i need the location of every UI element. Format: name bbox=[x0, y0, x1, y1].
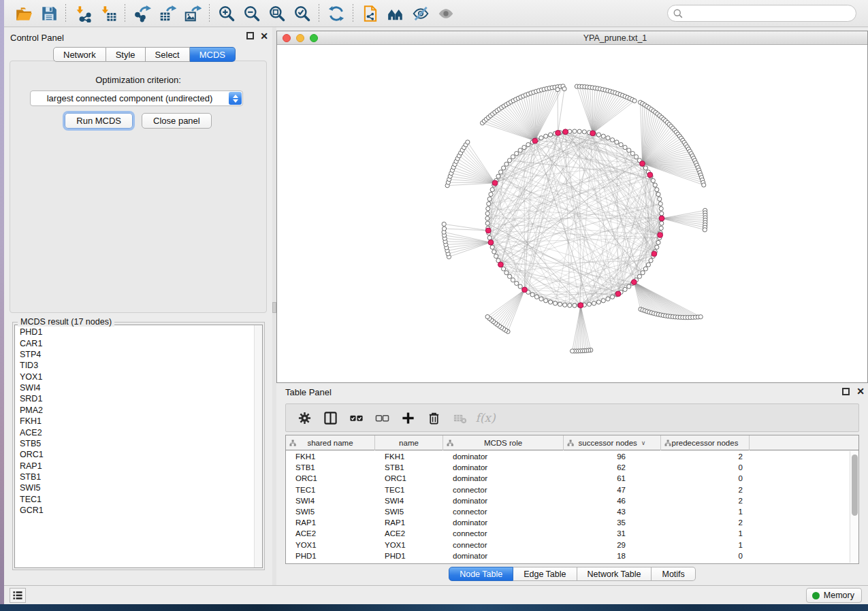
zoom-fit-button[interactable] bbox=[264, 3, 289, 24]
memory-button[interactable]: Memory bbox=[806, 588, 862, 603]
mcds-result-item[interactable]: ORC1 bbox=[15, 449, 253, 460]
zoom-out-button[interactable] bbox=[239, 3, 264, 24]
tab-motifs[interactable]: Motifs bbox=[652, 567, 695, 581]
table-cell[interactable]: SWI5 bbox=[375, 506, 443, 517]
table-cell[interactable]: 2 bbox=[661, 495, 750, 506]
network-window-titlebar[interactable]: YPA_prune.txt_1 bbox=[277, 31, 867, 45]
show-hidden-button[interactable] bbox=[433, 3, 458, 24]
export-image-button[interactable] bbox=[180, 3, 205, 24]
table-cell[interactable]: STB1 bbox=[286, 462, 375, 473]
tab-edge-table[interactable]: Edge Table bbox=[513, 567, 577, 581]
mcds-result-item[interactable]: STB1 bbox=[15, 472, 253, 482]
table-cell[interactable]: TEC1 bbox=[286, 484, 375, 495]
table-cell[interactable]: dominator bbox=[443, 451, 564, 462]
zoom-selected-button[interactable] bbox=[289, 3, 315, 24]
column-header-predecessor-nodes[interactable]: predecessor nodes bbox=[661, 435, 750, 450]
result-list-scrollbar[interactable] bbox=[254, 325, 262, 567]
column-header-shared-name[interactable]: shared name bbox=[286, 435, 375, 450]
table-row[interactable]: RAP1RAP1dominator352 bbox=[286, 517, 849, 528]
table-cell[interactable]: FKH1 bbox=[375, 451, 443, 462]
table-cell[interactable]: 62 bbox=[564, 462, 661, 473]
column-header-successor-nodes[interactable]: successor nodes∨ bbox=[564, 435, 661, 450]
save-session-button[interactable] bbox=[36, 3, 61, 24]
table-cell[interactable]: 2 bbox=[661, 484, 750, 495]
table-scrollbar[interactable] bbox=[850, 451, 858, 563]
float-panel-icon[interactable] bbox=[246, 32, 254, 39]
table-cell[interactable]: dominator bbox=[443, 550, 564, 561]
table-cell[interactable]: YOX1 bbox=[286, 540, 375, 550]
mcds-result-item[interactable]: TID3 bbox=[15, 360, 253, 371]
network-canvas[interactable] bbox=[277, 45, 867, 382]
close-panel-icon[interactable]: ✕ bbox=[259, 32, 269, 42]
deselect-all-button[interactable] bbox=[369, 408, 395, 428]
import-table-button[interactable] bbox=[95, 3, 120, 24]
table-cell[interactable]: STB1 bbox=[375, 462, 443, 473]
table-row[interactable]: FKH1FKH1dominator962 bbox=[286, 451, 849, 462]
mcds-result-item[interactable]: GCR1 bbox=[15, 505, 253, 516]
hide-selected-button[interactable] bbox=[408, 3, 433, 24]
minimize-window-icon[interactable] bbox=[296, 34, 304, 42]
delete-column-button[interactable] bbox=[421, 408, 447, 428]
close-panel-button[interactable]: Close panel bbox=[142, 113, 212, 129]
search-input[interactable] bbox=[667, 5, 856, 22]
settings-gear-button[interactable] bbox=[291, 408, 317, 428]
mcds-result-item[interactable]: CAR1 bbox=[15, 337, 253, 348]
table-cell[interactable]: ORC1 bbox=[375, 473, 443, 484]
tab-node-table[interactable]: Node Table bbox=[449, 567, 513, 581]
mcds-result-item[interactable]: SWI5 bbox=[15, 482, 253, 493]
table-cell[interactable]: ACE2 bbox=[286, 528, 375, 539]
table-row[interactable]: ORC1ORC1dominator610 bbox=[286, 473, 849, 484]
tab-network-table[interactable]: Network Table bbox=[577, 567, 652, 581]
refresh-layout-button[interactable] bbox=[323, 3, 349, 24]
table-cell[interactable]: 0 bbox=[661, 550, 750, 561]
table-cell[interactable]: 0 bbox=[661, 473, 750, 484]
split-view-button[interactable] bbox=[317, 408, 343, 428]
mcds-result-item[interactable]: FKH1 bbox=[15, 416, 253, 427]
table-cell[interactable]: dominator bbox=[443, 462, 564, 473]
table-cell[interactable]: 46 bbox=[564, 495, 661, 506]
table-cell[interactable]: 96 bbox=[564, 451, 661, 462]
table-cell[interactable]: 1 bbox=[661, 506, 750, 517]
table-cell[interactable]: connector bbox=[443, 484, 564, 495]
mcds-result-item[interactable]: SRD1 bbox=[15, 393, 253, 404]
mcds-result-item[interactable]: STB5 bbox=[15, 438, 253, 449]
table-row[interactable]: SWI4SWI4dominator462 bbox=[286, 495, 849, 506]
table-cell[interactable]: 43 bbox=[564, 506, 661, 517]
mcds-result-item[interactable]: STP4 bbox=[15, 349, 253, 360]
column-header-MCDS-role[interactable]: MCDS role bbox=[443, 435, 564, 450]
mcds-result-item[interactable]: PHD1 bbox=[15, 327, 253, 337]
table-scrollbar-thumb[interactable] bbox=[852, 455, 858, 516]
tab-style[interactable]: Style bbox=[106, 47, 146, 62]
table-cell[interactable]: 2 bbox=[661, 451, 750, 462]
table-cell[interactable]: 29 bbox=[564, 540, 661, 550]
table-cell[interactable]: TEC1 bbox=[375, 484, 443, 495]
close-table-panel-icon[interactable]: ✕ bbox=[856, 387, 865, 397]
table-cell[interactable]: dominator bbox=[443, 473, 564, 484]
table-cell[interactable]: PHD1 bbox=[286, 550, 375, 561]
table-cell[interactable]: SWI5 bbox=[286, 506, 375, 517]
maximize-window-icon[interactable] bbox=[310, 34, 318, 42]
table-cell[interactable]: 35 bbox=[564, 517, 661, 528]
table-cell[interactable]: SWI4 bbox=[286, 495, 375, 506]
table-row[interactable]: YOX1YOX1connector291 bbox=[286, 540, 849, 550]
mcds-result-item[interactable]: RAP1 bbox=[15, 461, 253, 472]
tab-network[interactable]: Network bbox=[53, 47, 106, 62]
table-row[interactable]: ACE2ACE2connector311 bbox=[286, 528, 849, 539]
mcds-result-item[interactable]: TEC1 bbox=[15, 494, 253, 505]
table-cell[interactable]: 61 bbox=[564, 473, 661, 484]
table-cell[interactable]: 2 bbox=[661, 517, 750, 528]
export-table-button[interactable] bbox=[155, 3, 180, 24]
table-cell[interactable]: ACE2 bbox=[375, 528, 443, 539]
table-row[interactable]: PHD1PHD1dominator180 bbox=[286, 550, 849, 561]
run-mcds-button[interactable]: Run MCDS bbox=[65, 113, 133, 129]
table-cell[interactable]: YOX1 bbox=[375, 540, 443, 550]
table-cell[interactable]: dominator bbox=[443, 517, 564, 528]
table-row[interactable]: SWI5SWI5connector431 bbox=[286, 506, 849, 517]
optimization-criterion-dropdown[interactable]: largest connected component (undirected) bbox=[30, 90, 243, 106]
export-network-button[interactable] bbox=[129, 3, 155, 24]
share-document-button[interactable] bbox=[357, 3, 383, 24]
table-cell[interactable]: RAP1 bbox=[286, 517, 375, 528]
table-cell[interactable]: 18 bbox=[564, 550, 661, 561]
open-file-button[interactable] bbox=[11, 3, 36, 24]
network-overview-button[interactable] bbox=[383, 3, 408, 24]
